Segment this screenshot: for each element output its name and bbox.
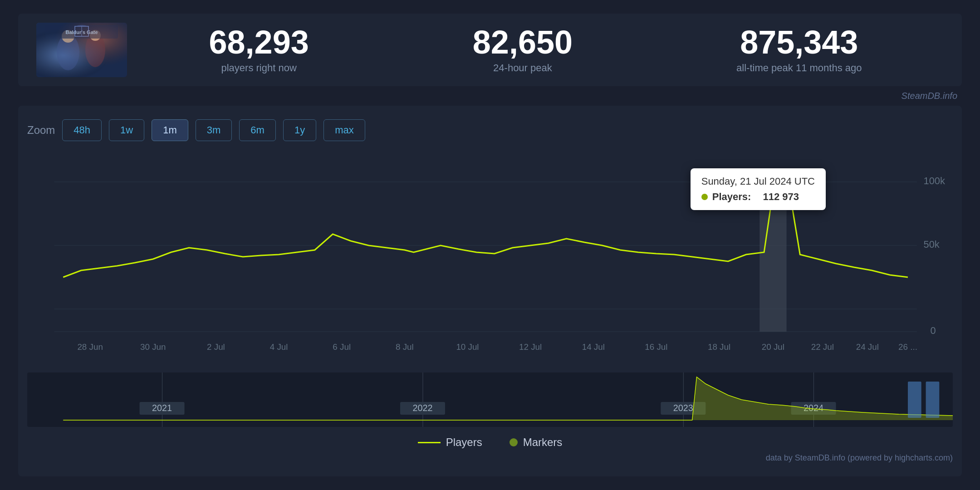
svg-text:22 Jul: 22 Jul <box>811 342 834 352</box>
svg-rect-36 <box>162 372 162 427</box>
alltime-label: all-time peak 11 months ago <box>736 62 862 74</box>
svg-text:12 Jul: 12 Jul <box>519 342 542 352</box>
chart-legend: Players Markers <box>27 436 953 449</box>
header: Baldur's Gate 68,293 players right now 8… <box>18 14 962 86</box>
svg-point-6 <box>90 30 101 41</box>
stat-peak24h: 82,650 24-hour peak <box>473 26 573 74</box>
zoom-48h[interactable]: 48h <box>62 119 102 141</box>
main-chart-area[interactable]: 100k 50k 0 28 Jun 30 Jun 2 Jul 4 Jul 6 J… <box>27 155 953 363</box>
svg-text:2021: 2021 <box>152 403 172 413</box>
zoom-6m[interactable]: 6m <box>239 119 276 141</box>
players-line-icon <box>418 442 441 443</box>
svg-text:50k: 50k <box>924 239 940 250</box>
legend-players: Players <box>418 436 482 449</box>
svg-rect-1 <box>36 23 127 77</box>
svg-text:Baldur's Gate: Baldur's Gate <box>65 29 98 35</box>
svg-text:16 Jul: 16 Jul <box>645 342 667 352</box>
stats-container: 68,293 players right now 82,650 24-hour … <box>127 26 944 74</box>
svg-text:0: 0 <box>930 325 936 336</box>
svg-rect-38 <box>683 372 684 427</box>
svg-text:2022: 2022 <box>412 403 432 413</box>
svg-text:8 Jul: 8 Jul <box>396 342 414 352</box>
zoom-1y[interactable]: 1y <box>283 119 316 141</box>
svg-rect-9 <box>75 26 88 36</box>
legend-markers-label: Markers <box>523 436 563 449</box>
svg-text:20 Jul: 20 Jul <box>762 342 784 352</box>
svg-rect-49 <box>908 382 921 418</box>
legend-players-label: Players <box>446 436 482 449</box>
current-players-label: players right now <box>209 62 309 74</box>
svg-text:6 Jul: 6 Jul <box>333 342 351 352</box>
markers-dot-icon <box>510 438 518 446</box>
svg-rect-37 <box>422 372 423 427</box>
stat-alltime-peak: 875,343 all-time peak 11 months ago <box>736 26 862 74</box>
peak24-value: 82,650 <box>473 26 573 59</box>
mini-chart-area[interactable]: 2021 2022 2023 2024 <box>27 372 953 427</box>
svg-rect-50 <box>926 382 940 418</box>
svg-text:4 Jul: 4 Jul <box>270 342 288 352</box>
zoom-controls: Zoom 48h 1w 1m 3m 6m 1y max <box>27 119 953 141</box>
zoom-3m[interactable]: 3m <box>196 119 232 141</box>
chart-container: Zoom 48h 1w 1m 3m 6m 1y max 100k 50k 0 <box>18 106 962 476</box>
svg-rect-2 <box>36 23 127 77</box>
svg-text:14 Jul: 14 Jul <box>582 342 605 352</box>
svg-text:10 Jul: 10 Jul <box>456 342 479 352</box>
svg-point-3 <box>57 34 79 70</box>
svg-text:2 Jul: 2 Jul <box>207 342 225 352</box>
steamdb-attribution: SteamDB.info <box>18 91 962 101</box>
current-players-value: 68,293 <box>209 26 309 59</box>
alltime-value: 875,343 <box>736 26 862 59</box>
svg-text:2023: 2023 <box>673 403 693 413</box>
zoom-1w[interactable]: 1w <box>109 119 144 141</box>
svg-text:28 Jun: 28 Jun <box>77 342 103 352</box>
svg-rect-0 <box>36 23 127 77</box>
svg-text:26 ...: 26 ... <box>898 342 917 352</box>
svg-point-5 <box>62 30 74 43</box>
svg-point-4 <box>85 33 105 67</box>
game-thumbnail: Baldur's Gate <box>36 23 127 77</box>
svg-rect-7 <box>45 25 118 39</box>
svg-text:100k: 100k <box>924 175 945 186</box>
svg-rect-18 <box>760 182 786 332</box>
stat-current-players: 68,293 players right now <box>209 26 309 74</box>
main-chart-svg: 100k 50k 0 28 Jun 30 Jun 2 Jul 4 Jul 6 J… <box>27 155 953 363</box>
zoom-max[interactable]: max <box>323 119 365 141</box>
peak24-label: 24-hour peak <box>473 62 573 74</box>
zoom-label: Zoom <box>27 124 55 137</box>
legend-markers: Markers <box>510 436 563 449</box>
svg-text:18 Jul: 18 Jul <box>708 342 730 352</box>
mini-chart-svg: 2021 2022 2023 2024 <box>27 372 953 427</box>
svg-text:30 Jun: 30 Jun <box>140 342 166 352</box>
svg-point-19 <box>768 186 779 197</box>
data-attribution: data by SteamDB.info (powered by highcha… <box>27 453 953 463</box>
svg-text:24 Jul: 24 Jul <box>856 342 879 352</box>
zoom-1m[interactable]: 1m <box>152 119 188 141</box>
game-cover-art: Baldur's Gate <box>36 23 127 77</box>
